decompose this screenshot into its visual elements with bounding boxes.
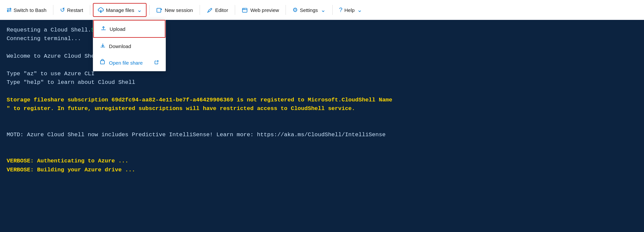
restart-label: Restart [67, 7, 83, 13]
open-share-icon [100, 59, 106, 66]
external-link-icon [154, 60, 159, 66]
toolbar-separator-7 [332, 5, 333, 15]
settings-button[interactable]: ⚙ Settings ⌄ [289, 4, 329, 16]
settings-icon: ⚙ [292, 6, 298, 14]
download-icon [100, 42, 106, 50]
upload-label: Upload [110, 26, 126, 32]
editor-label: Editor [215, 7, 228, 13]
manage-files-menu: Upload Download [93, 20, 166, 71]
manage-files-chevron: ⌄ [137, 6, 142, 14]
terminal-line-9: Storage fileshare subscription 69d2fc94-… [7, 96, 637, 104]
upload-icon [100, 25, 106, 32]
manage-files-label: Manage files [106, 7, 134, 13]
switch-bash-label: Switch to Bash [14, 7, 46, 13]
terminal-line-15 [7, 148, 637, 157]
new-session-button[interactable]: New session [152, 4, 197, 16]
switch-to-bash-button[interactable]: ⇄ Switch to Bash [3, 4, 50, 16]
svg-point-3 [243, 9, 244, 9]
download-menu-item[interactable]: Download [93, 38, 165, 54]
terminal-line-13: MOTD: Azure Cloud Shell now includes Pre… [7, 131, 637, 139]
open-file-share-menu-item[interactable]: Open file share [93, 54, 165, 71]
terminal-line-11 [7, 113, 637, 122]
manage-files-dropdown-container: Manage files ⌄ Upload [93, 3, 147, 17]
terminal-line1-text: Requesting a Cloud Shell. [7, 27, 91, 33]
switch-icon: ⇄ [7, 6, 12, 14]
help-icon: ? [339, 7, 343, 14]
terminal-line-14 [7, 139, 637, 148]
svg-rect-2 [242, 8, 247, 12]
settings-label: Settings [300, 7, 318, 13]
toolbar: ⇄ Switch to Bash ↺ Restart Manage files … [0, 0, 644, 20]
svg-rect-0 [100, 61, 104, 64]
help-chevron: ⌄ [357, 6, 362, 14]
editor-button[interactable]: Editor [203, 4, 232, 16]
manage-files-icon [97, 6, 104, 13]
toolbar-separator-3 [149, 5, 150, 15]
download-label: Download [109, 43, 131, 49]
help-label: Help [345, 7, 355, 13]
svg-point-4 [244, 9, 245, 9]
terminal-line-8 [7, 87, 637, 95]
web-preview-icon [242, 6, 248, 13]
toolbar-separator-2 [90, 5, 90, 15]
terminal-line-16: VERBOSE: Authenticating to Azure ... [7, 157, 637, 165]
open-share-label: Open file share [109, 60, 143, 66]
terminal-line-10: " to register. In future, unregistered s… [7, 104, 637, 113]
terminal-line-17: VERBOSE: Building your Azure drive ... [7, 166, 637, 174]
help-button[interactable]: ? Help ⌄ [335, 4, 366, 16]
toolbar-separator-4 [200, 5, 200, 15]
manage-files-button[interactable]: Manage files ⌄ [93, 3, 147, 17]
toolbar-separator-6 [286, 5, 286, 15]
new-session-icon [156, 6, 163, 13]
restart-button[interactable]: ↺ Restart [56, 4, 87, 16]
editor-icon [207, 6, 213, 13]
web-preview-button[interactable]: Web preview [238, 4, 283, 16]
new-session-label: New session [165, 7, 193, 13]
toolbar-separator-1 [53, 5, 53, 15]
restart-icon: ↺ [60, 6, 65, 14]
terminal-line-7: Type "help" to learn about Cloud Shell [7, 78, 637, 87]
terminal-line-12 [7, 122, 637, 131]
svg-rect-1 [157, 8, 161, 12]
settings-chevron: ⌄ [321, 6, 326, 14]
web-preview-label: Web preview [250, 7, 279, 13]
toolbar-separator-5 [235, 5, 235, 15]
upload-menu-item[interactable]: Upload [93, 20, 165, 38]
